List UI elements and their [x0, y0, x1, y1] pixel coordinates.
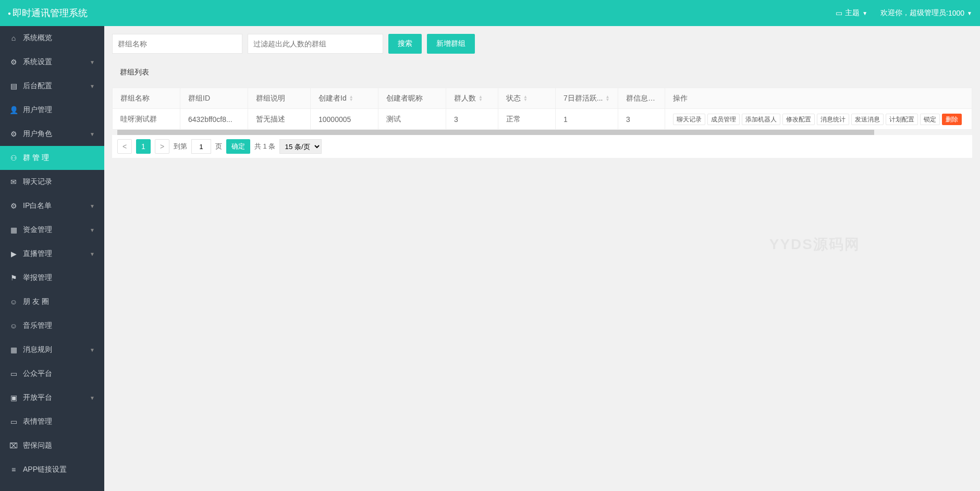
sort-icon: ▲▼ [605, 95, 609, 102]
play-icon: ▶ [9, 250, 18, 258]
chevron-down-icon: ▼ [90, 251, 95, 257]
pager-page-unit: 页 [215, 142, 222, 151]
group-table: 群组名称群组ID群组说明创建者Id▲▼创建者昵称群人数▲▼状态▲▼7日群活跃..… [112, 88, 972, 130]
chevron-down-icon: ▼ [90, 131, 95, 137]
stack-icon: ≡ [9, 465, 18, 474]
sidebar-item-13[interactable]: ▦消息规则▼ [0, 338, 104, 362]
cell-activity: 1 [556, 109, 618, 130]
sidebar-item-label: 音乐管理 [23, 321, 52, 330]
sort-icon: ▲▼ [349, 95, 353, 102]
row-action-button[interactable]: 消息统计 [817, 114, 849, 125]
cell-count: 3 [446, 109, 498, 130]
pager-prev-button[interactable]: < [117, 139, 132, 154]
sidebar-item-12[interactable]: ☺音乐管理 [0, 314, 104, 338]
sidebar-item-18[interactable]: ≡APP链接设置 [0, 458, 104, 482]
welcome-message[interactable]: 欢迎你，超级管理员: 1000 ▼ [880, 8, 972, 18]
row-action-button[interactable]: 删除 [942, 114, 962, 125]
sidebar-item-15[interactable]: ▣开放平台▼ [0, 386, 104, 410]
sidebar-item-4[interactable]: ⚙用户角色▼ [0, 122, 104, 146]
sidebar-item-label: 公众平台 [23, 369, 52, 378]
sidebar-item-11[interactable]: ☺朋 友 圈 [0, 290, 104, 314]
sidebar-item-label: 资金管理 [23, 225, 52, 235]
chevron-down-icon: ▼ [90, 59, 95, 65]
window-icon: ▭ [836, 9, 842, 17]
cell-creator-name: 测试 [378, 109, 446, 130]
box-icon: ▣ [9, 394, 18, 402]
horizontal-scrollbar[interactable] [112, 130, 972, 135]
sidebar-item-label: 系统概览 [23, 33, 52, 43]
row-action-button[interactable]: 成员管理 [707, 114, 740, 125]
chevron-down-icon: ▼ [90, 227, 95, 233]
table-header[interactable]: 状态▲▼ [498, 88, 556, 109]
panel-title: 群组列表 [112, 62, 972, 82]
add-group-button[interactable]: 新增群组 [427, 34, 475, 54]
users-icon: ⚇ [9, 154, 18, 162]
chevron-down-icon: ▼ [967, 10, 972, 16]
pagination: < 1 > 到第 页 确定 共 1 条 15 条/页 [112, 135, 972, 158]
search-button[interactable]: 搜索 [388, 34, 422, 54]
filter-input[interactable] [248, 34, 383, 54]
sidebar-item-label: 密保问题 [23, 441, 52, 450]
pager-goto-input[interactable] [191, 139, 211, 154]
sidebar-item-label: 用户管理 [23, 105, 52, 115]
sidebar-item-10[interactable]: ⚑举报管理 [0, 266, 104, 290]
chevron-down-icon: ▼ [90, 395, 95, 401]
sidebar-item-0[interactable]: ⌂系统概览 [0, 26, 104, 50]
row-action-button[interactable]: 计划配置 [886, 114, 918, 125]
app-title: 即时通讯管理系统 [8, 7, 88, 19]
main-content: 搜索 新增群组 群组列表 群组名称群组ID群组说明创建者Id▲▼创建者昵称群人数… [104, 26, 980, 491]
row-action-button[interactable]: 发送消息 [851, 114, 884, 125]
card-icon: ▭ [9, 418, 18, 426]
table-header: 群信息条数 [618, 88, 665, 109]
smile-icon: ☺ [9, 298, 18, 306]
sort-icon: ▲▼ [479, 95, 483, 102]
sidebar-item-1[interactable]: ⚙系统设置▼ [0, 50, 104, 74]
sidebar-item-label: 举报管理 [23, 273, 52, 283]
sort-icon: ▲▼ [523, 95, 528, 102]
pager-confirm-button[interactable]: 确定 [226, 139, 250, 154]
sidebar: ⌂系统概览⚙系统设置▼▤后台配置▼👤用户管理⚙用户角色▼⚇群 管 理✉聊天记录⚙… [0, 26, 104, 491]
sidebar-item-label: 开放平台 [23, 393, 52, 402]
row-action-button[interactable]: 修改配置 [782, 114, 815, 125]
sidebar-item-label: 用户角色 [23, 129, 52, 139]
search-input[interactable] [112, 34, 242, 54]
table-header[interactable]: 群人数▲▼ [446, 88, 498, 109]
sidebar-item-label: 消息规则 [23, 345, 52, 354]
sidebar-item-2[interactable]: ▤后台配置▼ [0, 74, 104, 98]
row-action-button[interactable]: 锁定 [920, 114, 940, 125]
table-row: 哇呀测试群 6432bff0cf8... 暂无描述 10000005 测试 3 … [113, 109, 972, 130]
table-header: 群组名称 [113, 88, 180, 109]
wallet-icon: ▦ [9, 226, 18, 234]
sidebar-item-3[interactable]: 👤用户管理 [0, 98, 104, 122]
row-action-button[interactable]: 聊天记录 [673, 114, 705, 125]
home-icon: ⌂ [9, 34, 18, 42]
sidebar-item-17[interactable]: ⌧密保问题 [0, 434, 104, 458]
user-icon: 👤 [9, 106, 18, 114]
gear-icon: ⚙ [9, 202, 18, 210]
sidebar-item-label: 直播管理 [23, 249, 52, 259]
cell-id: 6432bff0cf8... [180, 109, 248, 130]
table-header[interactable]: 创建者Id▲▼ [311, 88, 378, 109]
pager-next-button[interactable]: > [155, 139, 169, 154]
chevron-down-icon: ▼ [90, 347, 95, 353]
gear-icon: ⚙ [9, 58, 18, 66]
table-header[interactable]: 7日群活跃...▲▼ [556, 88, 618, 109]
theme-button[interactable]: ▭ 主题 ▼ [836, 8, 867, 18]
table-header: 操作 [665, 88, 972, 109]
sidebar-item-16[interactable]: ▭表情管理 [0, 410, 104, 434]
sidebar-item-14[interactable]: ▭公众平台 [0, 362, 104, 386]
sidebar-item-9[interactable]: ▶直播管理▼ [0, 242, 104, 266]
header: 即时通讯管理系统 ▭ 主题 ▼ 欢迎你，超级管理员: 1000 ▼ [0, 0, 980, 26]
sidebar-item-5[interactable]: ⚇群 管 理 [0, 146, 104, 170]
sidebar-item-6[interactable]: ✉聊天记录 [0, 170, 104, 194]
display-icon: ▭ [9, 370, 18, 378]
scrollbar-thumb[interactable] [117, 130, 874, 135]
cell-msgcount: 3 [618, 109, 665, 130]
sidebar-item-7[interactable]: ⚙IP白名单▼ [0, 194, 104, 218]
cell-name: 哇呀测试群 [113, 109, 180, 130]
pager-page-button[interactable]: 1 [136, 139, 151, 154]
pager-size-select[interactable]: 15 条/页 [279, 139, 322, 154]
sidebar-item-8[interactable]: ▦资金管理▼ [0, 218, 104, 242]
sidebar-item-label: APP链接设置 [23, 465, 67, 474]
row-action-button[interactable]: 添加机器人 [742, 114, 780, 125]
